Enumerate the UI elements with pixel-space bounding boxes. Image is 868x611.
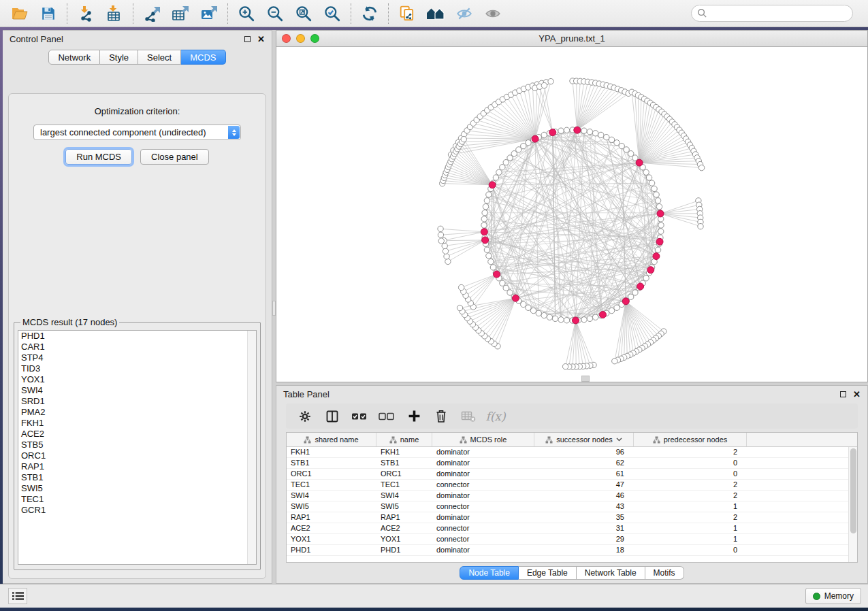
table-row[interactable]: YOX1YOX1connector291 — [287, 534, 857, 545]
table-cell[interactable]: RAP1 — [376, 512, 432, 523]
table-cell[interactable]: FKH1 — [287, 447, 376, 457]
table-row[interactable]: SWI5SWI5connector431 — [287, 501, 857, 512]
table-row[interactable]: STB1STB1dominator620 — [287, 458, 857, 469]
mcds-list-item[interactable]: PMA2 — [18, 407, 256, 418]
tab-edge-table[interactable]: Edge Table — [519, 566, 577, 580]
mcds-list-item[interactable]: ORC1 — [18, 450, 256, 461]
mcds-list-item[interactable]: YOX1 — [18, 374, 256, 385]
mcds-list-item[interactable]: SWI5 — [18, 483, 256, 494]
table-cell[interactable]: 2 — [634, 480, 747, 490]
table-cell[interactable]: 96 — [534, 447, 634, 457]
table-cell[interactable]: SWI5 — [376, 501, 432, 512]
mcds-list-item[interactable]: STB1 — [18, 472, 256, 483]
mcds-list-item[interactable]: CAR1 — [18, 342, 256, 352]
table-scrollbar[interactable] — [848, 447, 857, 562]
column-header-predecessor-nodes[interactable]: predecessor nodes — [634, 433, 747, 446]
table-cell[interactable]: YOX1 — [376, 534, 432, 544]
clone-network-icon[interactable] — [393, 2, 421, 25]
mcds-list-item[interactable]: PHD1 — [18, 331, 256, 342]
close-panel-button[interactable]: Close panel — [140, 149, 209, 165]
column-header-mcds-role[interactable]: MCDS role — [432, 433, 534, 446]
table-row[interactable]: TEC1TEC1connector472 — [287, 480, 857, 491]
table-cell[interactable]: 0 — [634, 545, 747, 555]
export-image-icon[interactable] — [195, 2, 223, 25]
table-cell[interactable]: SWI4 — [287, 491, 376, 501]
tab-select[interactable]: Select — [138, 50, 181, 65]
task-history-button[interactable] — [8, 588, 27, 604]
table-cell[interactable]: ACE2 — [287, 523, 376, 533]
table-cell[interactable]: 0 — [634, 469, 747, 479]
table-cell[interactable]: 43 — [534, 501, 634, 512]
table-cell[interactable]: 35 — [534, 512, 634, 523]
delete-column-icon[interactable] — [429, 406, 453, 427]
close-panel-icon[interactable]: ✕ — [853, 391, 861, 397]
export-network-icon[interactable] — [138, 2, 166, 25]
select-all-columns-icon[interactable] — [347, 406, 372, 427]
table-cell[interactable]: SWI4 — [376, 491, 432, 501]
tab-network-table[interactable]: Network Table — [577, 566, 645, 580]
refresh-view-icon[interactable] — [355, 2, 384, 25]
column-header-successor-nodes[interactable]: successor nodes — [534, 433, 634, 446]
table-cell[interactable]: 1 — [634, 523, 747, 533]
zoom-fit-icon[interactable] — [289, 2, 318, 25]
tab-network[interactable]: Network — [48, 50, 100, 65]
zoom-selected-icon[interactable] — [318, 2, 347, 25]
float-panel-icon[interactable] — [244, 36, 251, 42]
table-cell[interactable]: connector — [432, 480, 534, 490]
column-header-name[interactable]: name — [376, 433, 432, 446]
table-cell[interactable]: connector — [432, 523, 534, 533]
criterion-dropdown[interactable]: largest connected component (undirected) — [33, 125, 241, 140]
table-cell[interactable]: 1 — [634, 534, 747, 544]
float-panel-icon[interactable] — [840, 391, 846, 397]
table-cell[interactable]: 2 — [634, 447, 747, 457]
run-mcds-button[interactable]: Run MCDS — [65, 149, 132, 165]
table-cell[interactable]: FKH1 — [376, 447, 432, 457]
mcds-list-item[interactable]: STB5 — [18, 440, 256, 450]
mcds-list-item[interactable]: ACE2 — [18, 429, 256, 440]
table-row[interactable]: SWI4SWI4dominator462 — [287, 491, 857, 501]
tab-mcds[interactable]: MCDS — [181, 50, 225, 65]
mcds-list-item[interactable]: GCR1 — [18, 505, 256, 516]
column-view-icon[interactable] — [320, 406, 344, 427]
gear-icon[interactable] — [293, 406, 317, 427]
tab-motifs[interactable]: Motifs — [645, 566, 684, 580]
column-header-shared-name[interactable]: shared name — [287, 433, 376, 446]
network-window-titlebar[interactable]: YPA_prune.txt_1 — [276, 31, 867, 47]
table-cell[interactable]: SWI5 — [287, 501, 376, 512]
table-cell[interactable]: ORC1 — [287, 469, 376, 479]
table-row[interactable]: RAP1RAP1dominator352 — [287, 512, 857, 523]
table-cell[interactable]: connector — [432, 501, 534, 512]
hide-selected-icon[interactable] — [450, 2, 479, 25]
table-cell[interactable]: TEC1 — [376, 480, 432, 490]
table-cell[interactable]: 1 — [634, 501, 747, 512]
mcds-list-item[interactable]: STP4 — [18, 352, 256, 363]
table-cell[interactable]: 46 — [534, 491, 634, 501]
table-cell[interactable]: dominator — [432, 545, 534, 555]
table-cell[interactable]: 61 — [534, 469, 634, 479]
save-session-icon[interactable] — [34, 2, 63, 25]
table-cell[interactable]: RAP1 — [287, 512, 376, 523]
show-all-icon[interactable] — [479, 2, 507, 25]
canvas-splitter-handle[interactable] — [581, 376, 590, 382]
table-row[interactable]: FKH1FKH1dominator962 — [287, 447, 857, 458]
table-row[interactable]: ACE2ACE2connector311 — [287, 523, 857, 534]
table-cell[interactable]: YOX1 — [287, 534, 376, 544]
deselect-all-columns-icon[interactable] — [374, 406, 399, 427]
export-table-icon[interactable] — [166, 2, 195, 25]
add-column-icon[interactable] — [402, 406, 426, 427]
table-cell[interactable]: connector — [432, 534, 534, 544]
table-cell[interactable]: 2 — [634, 512, 747, 523]
table-row[interactable]: ORC1ORC1dominator610 — [287, 469, 857, 480]
table-row[interactable]: PHD1PHD1dominator180 — [287, 545, 857, 556]
zoom-in-icon[interactable] — [232, 2, 261, 25]
search-input[interactable] — [691, 5, 853, 22]
table-cell[interactable]: dominator — [432, 491, 534, 501]
table-cell[interactable]: 31 — [534, 523, 634, 533]
open-file-icon[interactable] — [5, 2, 34, 25]
mcds-list-item[interactable]: SWI4 — [18, 385, 256, 396]
table-cell[interactable]: PHD1 — [376, 545, 432, 555]
table-cell[interactable]: 2 — [634, 491, 747, 501]
network-canvas[interactable] — [276, 47, 867, 382]
import-network-icon[interactable] — [71, 2, 100, 25]
import-table-icon[interactable] — [100, 2, 129, 25]
